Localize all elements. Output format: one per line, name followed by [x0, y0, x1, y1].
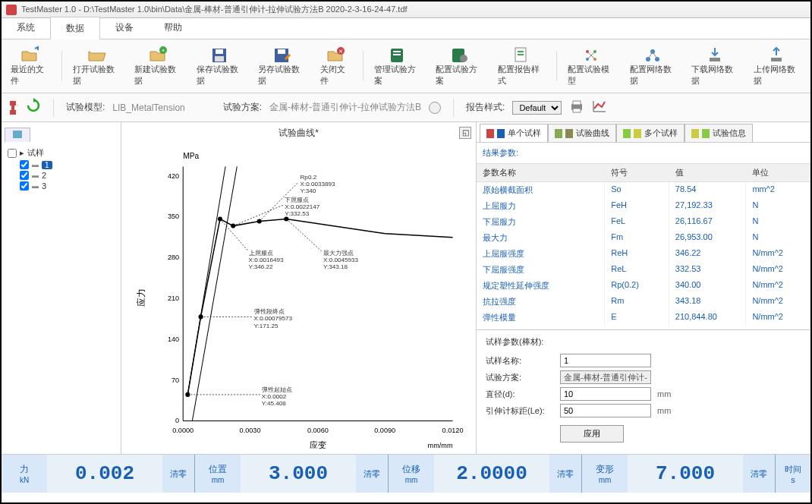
manage-icon	[388, 46, 409, 64]
model-label: 试验模型:	[66, 101, 105, 114]
displacement-zero-button[interactable]: 清零	[549, 455, 581, 493]
open-data-button[interactable]: 打开试验数据	[67, 44, 127, 88]
tree-check-2[interactable]	[20, 171, 29, 180]
svg-rect-3	[216, 49, 223, 54]
table-cell: 26,116.67	[669, 214, 747, 230]
sample-tab[interactable]	[5, 128, 30, 142]
svg-rect-37	[573, 109, 581, 112]
table-cell: So	[605, 182, 669, 198]
table-cell: 下屈服力	[477, 214, 605, 230]
table-cell: Rm	[605, 294, 669, 310]
print-icon[interactable]	[569, 99, 584, 115]
svg-point-66	[199, 314, 203, 319]
deform-zero-button[interactable]: 清零	[743, 455, 775, 493]
tree-root[interactable]: ▸ 试样	[8, 146, 115, 159]
svg-rect-28	[710, 58, 720, 61]
sample-name-input[interactable]	[560, 354, 651, 367]
chart-svg[interactable]: MPa 070140 210280350420 0.00000.00300.00…	[121, 141, 476, 454]
tree-check-1[interactable]	[20, 160, 29, 169]
recent-files-button[interactable]: 最近的文件	[5, 44, 57, 88]
close-file-button[interactable]: ✕ 关闭文件	[314, 44, 358, 88]
menu-help[interactable]: 帮助	[149, 17, 197, 39]
menu-device[interactable]: 设备	[100, 17, 149, 39]
tab-multi-sample[interactable]: 多个试样	[616, 124, 685, 142]
svg-text:140: 140	[168, 335, 179, 343]
table-cell: N/mm^2	[746, 294, 810, 310]
upload-net-button[interactable]: 上传网络数据	[747, 44, 807, 88]
svg-text:210: 210	[168, 295, 179, 302]
svg-point-13	[460, 55, 467, 62]
report-label: 报告样式:	[466, 101, 505, 114]
menu-system[interactable]: 系统	[2, 17, 50, 39]
displacement-label: 位移mm	[389, 455, 434, 493]
chart-column: ◱ 试验曲线* MPa 070140 210280350420 0.00000.…	[121, 122, 477, 454]
config-model-button[interactable]: 配置试验模型	[562, 44, 622, 88]
force-zero-button[interactable]: 清零	[162, 455, 194, 493]
table-cell: ReL	[605, 262, 669, 278]
col-sym: 符号	[605, 164, 669, 182]
position-zero-button[interactable]: 清零	[356, 455, 388, 493]
save-data-button[interactable]: 保存试验数据	[190, 44, 250, 88]
config-report-button[interactable]: 配置报告样式	[492, 44, 552, 88]
sample-plan-input	[560, 370, 651, 384]
tree-item-1[interactable]: ▬1	[20, 159, 115, 170]
plan-select-button[interactable]	[429, 102, 441, 114]
table-cell: 规定塑性延伸强度	[477, 278, 605, 294]
svg-line-27	[653, 52, 657, 59]
right-tabs: 单个试样 试验曲线 多个试样 试验信息	[477, 122, 810, 142]
table-cell: 上屈服力	[477, 198, 605, 214]
svg-text:0.0090: 0.0090	[374, 427, 395, 434]
config-plan-button[interactable]: 配置试验方案	[430, 44, 489, 88]
manage-plan-button[interactable]: 管理试验方案	[368, 44, 428, 88]
config-net-button[interactable]: 配置网络数据	[624, 44, 684, 88]
refresh-icon[interactable]	[26, 98, 41, 117]
download-net-button[interactable]: 下载网络数据	[685, 44, 745, 88]
tab-test-info[interactable]: 试验信息	[685, 124, 753, 142]
table-cell: 最大力	[477, 230, 605, 246]
tree-root-checkbox[interactable]	[8, 149, 17, 158]
svg-text:70: 70	[172, 376, 179, 384]
chart-title: 试验曲线*	[121, 122, 476, 141]
table-cell: 343.18	[669, 294, 747, 310]
svg-rect-15	[518, 51, 524, 52]
svg-text:280: 280	[168, 254, 179, 261]
plan-label: 试验方案:	[223, 101, 262, 114]
svg-text:mm/mm: mm/mm	[428, 442, 453, 449]
svg-text:0.0120: 0.0120	[442, 427, 464, 434]
displacement-value: 2.0000	[434, 455, 549, 493]
fixture-icon[interactable]: +	[8, 101, 18, 115]
svg-line-58	[192, 166, 237, 421]
time-label: 时间s	[776, 455, 810, 493]
apply-button[interactable]: 应用	[560, 425, 624, 443]
svg-text:350: 350	[168, 213, 179, 220]
table-cell: Fm	[605, 230, 669, 246]
report-select[interactable]: Default	[512, 101, 562, 115]
svg-rect-4	[215, 56, 224, 61]
tab-single-sample[interactable]: 单个试样	[480, 124, 548, 142]
chart-popout-button[interactable]: ◱	[459, 127, 471, 139]
svg-text:0.0030: 0.0030	[240, 427, 261, 434]
titlebar-text: TestMaster 1.0 - D:\TestMaster 1.0\bin\D…	[21, 4, 408, 15]
svg-rect-11	[393, 54, 401, 55]
saveas-data-button[interactable]: 另存试验数据	[252, 44, 312, 88]
plan-value: 金属-棒材-普通引伸计-拉伸试验方法B	[269, 101, 421, 114]
config-model-icon	[581, 46, 603, 64]
close-file-icon: ✕	[326, 46, 347, 64]
svg-rect-10	[393, 51, 401, 52]
table-cell: 27,192.33	[669, 198, 747, 214]
tab-test-curve[interactable]: 试验曲线	[548, 124, 616, 142]
upload-icon	[766, 46, 788, 64]
tree-item-2[interactable]: ▬2	[20, 170, 115, 181]
svg-point-67	[218, 216, 222, 221]
main-area: ▸ 试样 ▬1 ▬2 ▬3 ◱ 试验曲线* MPa 070140 2102803…	[2, 122, 810, 455]
new-data-button[interactable]: + 新建试验数据	[128, 44, 188, 88]
menu-data[interactable]: 数据	[50, 17, 100, 39]
results-table: 参数名称 符号 值 单位 原始横截面积So78.54mm^2上屈服力FeH27,…	[477, 163, 810, 326]
chart-icon[interactable]	[592, 99, 607, 115]
tree-item-3[interactable]: ▬3	[20, 181, 115, 191]
tree-check-3[interactable]	[20, 181, 29, 191]
statusbar: 力kN 0.002 清零 位置mm 3.000 清零 位移mm 2.0000 清…	[2, 455, 810, 493]
config-report-icon	[511, 46, 533, 64]
gauge-length-input[interactable]	[560, 404, 651, 417]
diameter-input[interactable]	[560, 387, 651, 401]
